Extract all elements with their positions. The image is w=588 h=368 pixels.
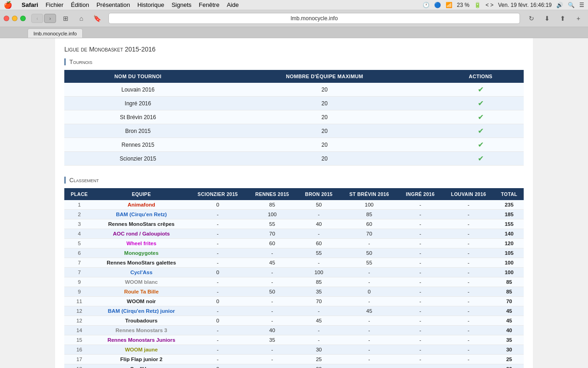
rank-row: 4 AOC rond / Galoupiots - 70 - 70 - - 14… [64, 229, 524, 239]
tournament-action[interactable]: ✔ [437, 152, 524, 166]
rank-ingre: - [398, 297, 443, 306]
apple-menu[interactable]: 🍎 [4, 1, 12, 9]
menu-historique[interactable]: Historique [134, 0, 168, 10]
rank-louvain: - [442, 268, 495, 277]
tournament-row: St Brévin 2016 20 ✔ [64, 110, 524, 124]
rank-place: 4 [64, 229, 94, 239]
battery-percent: 23 % [457, 2, 469, 8]
tournament-name: Bron 2015 [64, 124, 212, 138]
rank-ingre: - [398, 316, 443, 326]
rank-louvain: - [442, 219, 495, 229]
forward-button[interactable]: › [44, 14, 56, 23]
rank-row: 17 Flip Flap junior 2 - - 25 - - - 25 [64, 355, 524, 364]
tournament-action[interactable]: ✔ [437, 83, 524, 97]
bookmark-button[interactable]: 🔖 [91, 14, 103, 23]
rank-stbrevin: - [340, 239, 398, 248]
wifi-icon: 📶 [446, 2, 452, 8]
refresh-button[interactable]: ↻ [526, 14, 537, 23]
rank-stbrevin: 85 [340, 210, 398, 219]
rank-louvain: - [442, 287, 495, 297]
menu-aide[interactable]: Aide [223, 0, 243, 10]
rank-scionzier: - [188, 248, 247, 258]
home-button[interactable]: ⌂ [75, 14, 87, 23]
rank-scionzier: 0 [188, 200, 247, 210]
menu-edition[interactable]: Édition [67, 0, 93, 10]
share-button[interactable]: ⬆ [557, 14, 569, 23]
tournament-action[interactable]: ✔ [437, 110, 524, 124]
add-tab-button[interactable]: + [572, 14, 584, 23]
rank-team: Flip Flap junior 2 [94, 355, 188, 364]
tournament-row: Ingré 2016 20 ✔ [64, 97, 524, 110]
rank-place: 18 [64, 364, 94, 368]
rank-total: 155 [495, 219, 524, 229]
rank-total: 40 [495, 326, 524, 335]
reader-view-button[interactable]: ⊞ [60, 14, 72, 23]
download-button[interactable]: ⬇ [541, 14, 553, 23]
rank-bron: - [297, 306, 340, 316]
rank-total: 85 [495, 277, 524, 287]
rank-team: Cycl'Ass [94, 268, 188, 277]
rank-scionzier: 0 [188, 268, 247, 277]
rank-th: ST BRÉVIN 2016 [340, 188, 398, 200]
rank-row: 12 Troubadours 0 - 45 - - - 45 [64, 316, 524, 326]
tournament-action[interactable]: ✔ [437, 124, 524, 138]
menu-fichier[interactable]: Fichier [42, 0, 67, 10]
rank-stbrevin: 0 [340, 287, 398, 297]
tournament-name: St Brévin 2016 [64, 110, 212, 124]
rank-place: 9 [64, 287, 94, 297]
address-bar[interactable]: lmb.monocycle.info [108, 13, 520, 24]
rank-total: 105 [495, 248, 524, 258]
rank-place: 15 [64, 335, 94, 345]
th-nombre-equipe: NOMBRE D'ÉQUIPE MAXIMUM [212, 70, 438, 83]
rank-total: 30 [495, 345, 524, 355]
rank-team: Animafond [94, 200, 188, 210]
rank-scionzier: 0 [188, 297, 247, 306]
rank-stbrevin: - [340, 326, 398, 335]
rank-total: 45 [495, 316, 524, 326]
rank-total: 35 [495, 335, 524, 345]
menu-signets[interactable]: Signets [168, 0, 195, 10]
section-tournois-title: Tournois [64, 58, 524, 65]
browser-toolbar: ‹ › ⊞ ⌂ 🔖 lmb.monocycle.info ↻ ⬇ ⬆ + [0, 10, 588, 27]
tournament-action[interactable]: ✔ [437, 97, 524, 110]
menu-safari[interactable]: Safari [18, 0, 42, 10]
rank-stbrevin: 50 [340, 248, 398, 258]
rank-stbrevin: 70 [340, 229, 398, 239]
rank-rennes: - [247, 355, 298, 364]
rank-row: 11 WOOM noir 0 - 70 - - - 70 [64, 297, 524, 306]
menu-presentation[interactable]: Présentation [93, 0, 134, 10]
bluetooth-icon: 🔵 [434, 2, 441, 8]
tournament-action[interactable]: ✔ [437, 138, 524, 152]
active-tab[interactable]: lmb.monocycle.info [28, 29, 83, 38]
menu-fenetre[interactable]: Fenêtre [195, 0, 223, 10]
classement-table: PLACEEQUIPESCIONZIER 2015RENNES 2015BRON… [64, 188, 524, 368]
rank-bron: 55 [297, 248, 340, 258]
rank-rennes: - [247, 277, 298, 287]
minimize-button[interactable] [12, 16, 17, 21]
rank-scionzier: - [188, 219, 247, 229]
close-button[interactable] [4, 16, 9, 21]
rank-scionzier: - [188, 277, 247, 287]
rank-bron: - [297, 210, 340, 219]
rank-louvain: - [442, 229, 495, 239]
maximize-button[interactable] [20, 16, 26, 21]
rank-place: 9 [64, 277, 94, 287]
rank-place: 17 [64, 355, 94, 364]
rank-ingre: - [398, 326, 443, 335]
rank-bron: 20 [297, 364, 340, 368]
rank-total: 185 [495, 210, 524, 219]
rank-team: Rennes Monostars Juniors [94, 335, 188, 345]
volume-icon: 🔊 [556, 2, 563, 8]
rank-row: 16 WOOM jaune - - 30 - - - 30 [64, 345, 524, 355]
rank-ingre: - [398, 335, 443, 345]
search-icon[interactable]: 🔍 [568, 2, 575, 8]
rank-louvain: - [442, 297, 495, 306]
rank-team: BAM (Cirqu'en Retz) [94, 210, 188, 219]
rank-stbrevin: - [340, 316, 398, 326]
rank-ingre: - [398, 200, 443, 210]
rank-row: 6 Monogygotes - - 55 50 - - 105 [64, 248, 524, 258]
rank-ingre: - [398, 229, 443, 239]
rank-row: 14 Rennes Monostars 3 - 40 - - - - 40 [64, 326, 524, 335]
rank-stbrevin: - [340, 364, 398, 368]
back-button[interactable]: ‹ [31, 14, 43, 23]
